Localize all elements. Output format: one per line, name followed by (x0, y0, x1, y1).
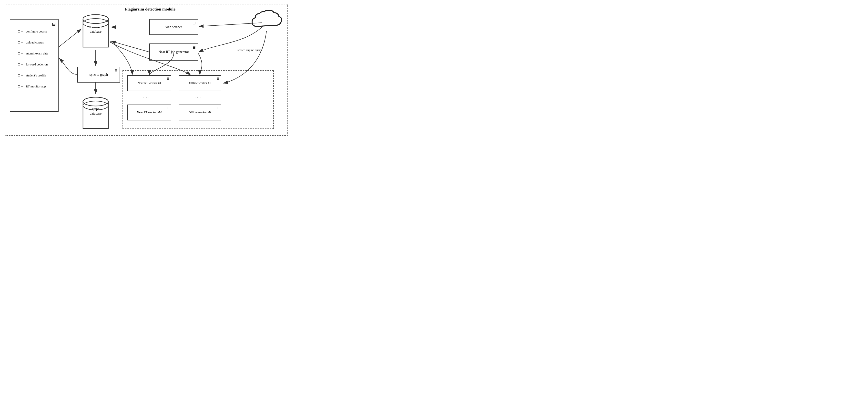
circle-arrow-1: ⊙→ (18, 29, 24, 33)
web-scraper-box: ⊟ web scraper (149, 19, 198, 35)
near-rt-job-box: ⊟ Near RT job generator (149, 43, 198, 61)
search-engine-query-label: search engine query (230, 48, 262, 52)
svg-point-5 (83, 14, 108, 24)
actor-item-upload: ⊙→ upload corpus (18, 40, 48, 45)
actor-item-configure: ⊙→ configure course (18, 29, 48, 33)
doc-database: document database (81, 12, 110, 51)
diagram-title: Plagiarsim detection module (125, 7, 176, 12)
offline-dots: ··· (194, 95, 202, 100)
actor-label-5: student's profile (26, 73, 46, 78)
actor-item-submit: ⊙→ submit exam data (18, 51, 48, 55)
arrow-actor-to-db (59, 29, 82, 47)
offline-wn-icon: ⊟ (217, 106, 219, 110)
near-rt-worker-1-box: ⊟ Near RT worker #1 (127, 75, 171, 91)
doc-database-label: document database (81, 25, 110, 34)
web-scraper-label: web scraper (165, 25, 182, 29)
offline-worker-1-box: ⊟ Offline worker #1 (179, 75, 221, 91)
sync-to-graph-label: sync to graph (90, 73, 108, 77)
diagram-container: Plagiarsim detection module ⊟ ⊙→ configu… (5, 4, 288, 136)
arrow-sync-to-actor (59, 58, 78, 75)
actor-box-icon: ⊟ (52, 22, 56, 27)
circle-arrow-4: ⊙→ (18, 62, 24, 66)
offline-w1-icon: ⊟ (217, 77, 219, 81)
near-rt-job-label: Near RT job generator (158, 50, 189, 54)
svg-point-11 (83, 97, 108, 106)
actor-label-2: upload corpus (26, 40, 44, 45)
offline-wn-label: Offline worker #N (189, 111, 211, 114)
sync-box-icon: ⊟ (115, 68, 118, 73)
web-scraper-icon: ⊟ (192, 21, 196, 25)
near-rt-worker-m-box: ⊟ Near RT worker #M (127, 105, 171, 120)
arrow-rtjob-to-db (111, 41, 149, 52)
actor-box: ⊟ ⊙→ configure course ⊙→ upload corpus ⊙… (10, 19, 59, 112)
offline-w1-label: Offline worker #1 (189, 81, 211, 85)
circle-arrow-5: ⊙→ (18, 73, 24, 78)
actor-item-rt: ⊙→ RT monitor app (18, 84, 48, 88)
near-rt-wm-label: Near RT worker #M (137, 111, 161, 114)
near-rt-job-icon: ⊟ (192, 45, 196, 50)
cloud-shape (251, 9, 283, 32)
actor-label-3: submit exam data (26, 52, 48, 55)
graph-database: graph database (81, 94, 110, 132)
actor-label-4: forward code run (26, 62, 48, 66)
actor-item-forward: ⊙→ forward code run (18, 62, 48, 66)
actor-items: ⊙→ configure course ⊙→ upload corpus ⊙→ … (18, 29, 48, 88)
circle-arrow-6: ⊙→ (18, 84, 24, 88)
actor-label-1: configure course (26, 30, 47, 33)
near-rt-wm-icon: ⊟ (167, 106, 169, 110)
actor-label-6: RT monitor app (26, 85, 46, 88)
actor-item-student: ⊙→ student's profile (18, 73, 48, 78)
graph-database-label: graph database (81, 107, 110, 116)
near-rt-w1-label: Near RT worker #1 (137, 81, 161, 85)
near-rt-dots: ··· (143, 95, 151, 100)
circle-arrow-2: ⊙→ (18, 40, 24, 45)
circle-arrow-3: ⊙→ (18, 51, 24, 55)
sync-to-graph-box: ⊟ sync to graph (78, 67, 120, 83)
offline-worker-n-box: ⊟ Offline worker #N (179, 105, 221, 120)
near-rt-w1-icon: ⊟ (167, 77, 169, 81)
